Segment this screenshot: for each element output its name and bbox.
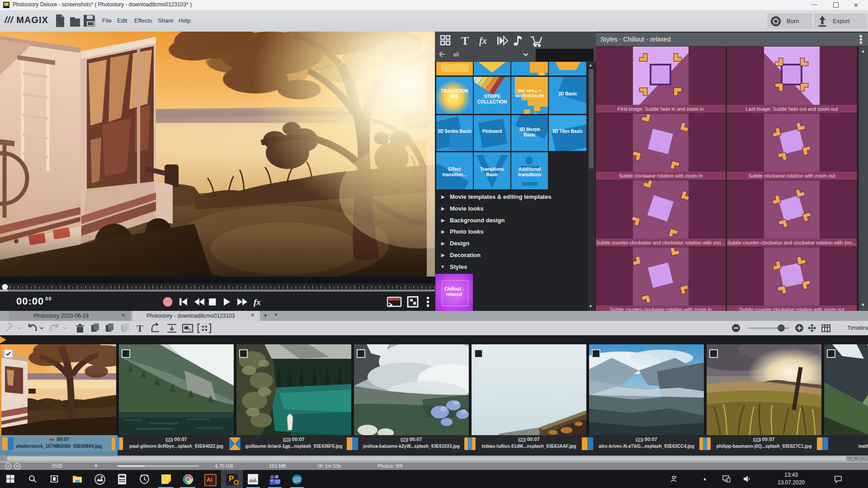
svg-text:T: T [137, 323, 143, 334]
svg-text:T: T [461, 34, 469, 47]
svg-text:T: T [271, 479, 273, 483]
svg-text:G: G [189, 328, 191, 332]
svg-text:all: all [453, 51, 459, 58]
svg-text:fx: fx [254, 297, 261, 307]
svg-text:fx: fx [479, 36, 487, 46]
